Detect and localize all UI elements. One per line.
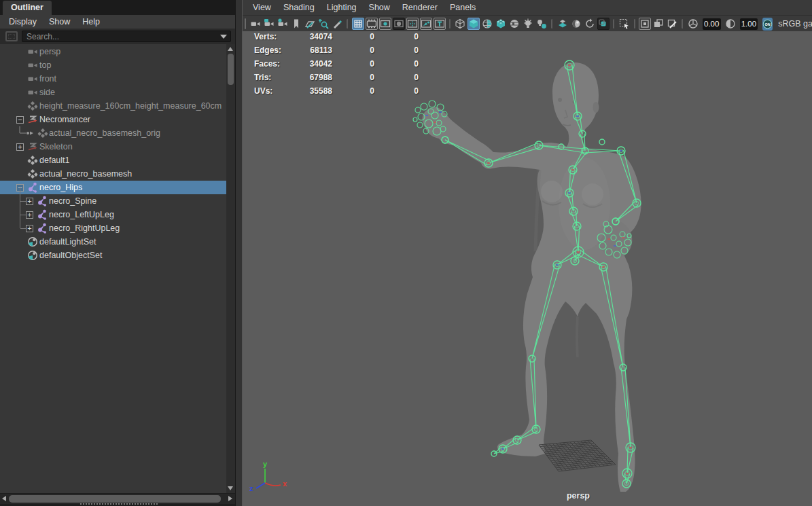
outliner-row-persp[interactable]: persp xyxy=(0,45,226,58)
outliner-tab[interactable]: Outliner xyxy=(3,1,52,15)
outliner-row-top[interactable]: top xyxy=(0,58,226,72)
scroll-down-icon[interactable] xyxy=(228,486,233,490)
selection-highlight-icon[interactable] xyxy=(618,18,631,30)
hud-label: Verts: xyxy=(254,32,277,41)
field-chart-icon[interactable] xyxy=(406,18,419,30)
outliner-menu-display[interactable]: Display xyxy=(3,15,43,29)
panel-splitter[interactable] xyxy=(235,0,243,506)
color-management-toggle[interactable]: ON xyxy=(762,18,773,31)
hud-v2: 0 xyxy=(353,32,374,41)
node-label: defaultObjectSet xyxy=(39,249,102,262)
outliner-horizontal-scrollbar[interactable] xyxy=(0,494,235,504)
expander-minus-icon[interactable]: − xyxy=(16,116,24,124)
outliner-search-row xyxy=(0,29,235,44)
outliner-row-necro_Hips[interactable]: −necro_Hips xyxy=(0,181,226,194)
contrast-icon[interactable] xyxy=(724,18,737,30)
search-dropdown-icon[interactable] xyxy=(220,35,227,39)
outliner-row-Necromancer[interactable]: −Necromancer xyxy=(0,113,226,126)
grease-pencil-icon[interactable] xyxy=(331,18,343,30)
viewport-menu-panels[interactable]: Panels xyxy=(444,1,482,14)
view-transform[interactable]: sRGB gamma xyxy=(778,19,812,29)
safe-title-icon[interactable] xyxy=(434,18,446,30)
search-input[interactable] xyxy=(22,31,231,42)
textured-icon[interactable] xyxy=(495,18,507,30)
node-label: necro_LeftUpLeg xyxy=(49,208,114,221)
hud-v1: 34074 xyxy=(292,32,332,41)
lighting-default-icon[interactable] xyxy=(522,18,534,30)
outliner-row-side[interactable]: side xyxy=(0,86,226,99)
safe-action-icon[interactable] xyxy=(420,18,432,30)
camera-icon[interactable] xyxy=(249,18,262,30)
hud-v1: 67988 xyxy=(292,73,332,82)
motion-blur-icon[interactable] xyxy=(584,18,596,30)
outliner-row-actual_necro_basemesh[interactable]: actual_necro_basemesh xyxy=(0,167,226,181)
viewport-menubar: ViewShadingLightingShowRendererPanels xyxy=(243,0,812,16)
horizontal-scroll-thumb[interactable] xyxy=(9,495,221,503)
panel-grip[interactable] xyxy=(80,503,158,505)
camera-lock-icon[interactable] xyxy=(263,18,275,30)
viewport-canvas[interactable]: yxz persp persp Verts:3407400Edges:68113… xyxy=(243,31,812,506)
expander-plus-icon[interactable]: + xyxy=(26,211,33,219)
node-label: necro_Spine xyxy=(49,194,96,208)
multisample-aa-icon[interactable] xyxy=(597,18,610,30)
hud-v1: 68113 xyxy=(292,46,332,55)
screen-space-ao-icon[interactable] xyxy=(570,18,582,30)
pan-zoom-2d-icon[interactable] xyxy=(317,18,330,30)
outliner-row-front[interactable]: front xyxy=(0,72,226,86)
outliner-row-default1[interactable]: default1 xyxy=(0,153,226,167)
gamma-field[interactable]: 1.00 xyxy=(740,18,758,30)
node-label: front xyxy=(39,72,56,86)
camera-icon xyxy=(27,87,38,98)
outliner-row-necro_Spine[interactable]: +necro_Spine xyxy=(0,194,226,208)
lighting-all-icon[interactable] xyxy=(535,18,548,30)
isolate-subtract-icon[interactable] xyxy=(666,18,678,30)
outliner-filter-icon[interactable] xyxy=(5,31,18,41)
outliner-row-defaultObjectSet[interactable]: defaultObjectSet xyxy=(0,249,226,262)
wireframe-icon[interactable] xyxy=(454,18,466,30)
mesh-icon xyxy=(37,128,48,139)
outliner-row-defaultLightSet[interactable]: defaultLightSet xyxy=(0,235,226,249)
scroll-left-icon[interactable] xyxy=(2,496,6,501)
camera-name-label: persp xyxy=(567,491,590,501)
outliner-row-necro_RightUpLeg[interactable]: +necro_RightUpLeg xyxy=(0,221,226,235)
exposure-icon[interactable] xyxy=(687,18,699,30)
isolate-select-icon[interactable] xyxy=(639,18,651,30)
resolution-gate-icon[interactable] xyxy=(379,18,391,30)
outliner-row-actual_necro_basemesh_orig[interactable]: actual_necro_basemesh_orig xyxy=(0,126,226,140)
expander-plus-icon[interactable]: + xyxy=(26,198,33,205)
node-label: Skeleton xyxy=(39,140,73,153)
viewport-menu-lighting[interactable]: Lighting xyxy=(321,1,363,14)
outliner-row-height_measure_160cm_height_measure_60cm[interactable]: height_measure_160cm_height_measure_60cm xyxy=(0,99,226,113)
outliner-row-Skeleton[interactable]: +Skeleton xyxy=(0,140,226,153)
outliner-row-necro_LeftUpLeg[interactable]: +necro_LeftUpLeg xyxy=(0,208,226,221)
outliner-menu-help[interactable]: Help xyxy=(76,15,106,29)
node-label: necro_Hips xyxy=(39,181,82,194)
smooth-shade-icon[interactable] xyxy=(467,18,480,30)
shadows-icon[interactable] xyxy=(557,18,569,30)
scroll-up-icon[interactable] xyxy=(228,47,233,51)
film-gate-icon[interactable] xyxy=(366,18,378,30)
svg-text:ON: ON xyxy=(765,22,771,26)
scroll-right-icon[interactable] xyxy=(228,496,232,501)
svg-text:x: x xyxy=(283,480,287,488)
viewport-menu-show[interactable]: Show xyxy=(363,1,396,14)
wireframe-on-shaded-icon[interactable] xyxy=(481,18,493,30)
camera-attributes-icon[interactable] xyxy=(277,18,289,30)
outliner-vertical-scrollbar[interactable] xyxy=(226,44,235,493)
bookmark-icon[interactable] xyxy=(290,18,302,30)
viewport-menu-shading[interactable]: Shading xyxy=(277,1,321,14)
outliner-menu-show[interactable]: Show xyxy=(43,15,76,29)
expander-plus-icon[interactable]: + xyxy=(26,225,33,232)
expander-plus-icon[interactable]: + xyxy=(16,143,24,151)
toolbar-grip[interactable] xyxy=(245,18,246,29)
use-default-material-icon[interactable] xyxy=(508,18,520,30)
vertical-scroll-thumb[interactable] xyxy=(228,54,234,85)
hud-label: Tris: xyxy=(254,73,271,82)
grid-icon[interactable] xyxy=(352,18,364,30)
gate-mask-icon[interactable] xyxy=(393,18,405,30)
viewport-menu-renderer[interactable]: Renderer xyxy=(396,1,444,14)
image-plane-icon[interactable] xyxy=(304,18,316,30)
viewport-menu-view[interactable]: View xyxy=(247,1,277,14)
isolate-add-icon[interactable] xyxy=(652,18,665,30)
exposure-field[interactable]: 0.00 xyxy=(703,18,721,30)
